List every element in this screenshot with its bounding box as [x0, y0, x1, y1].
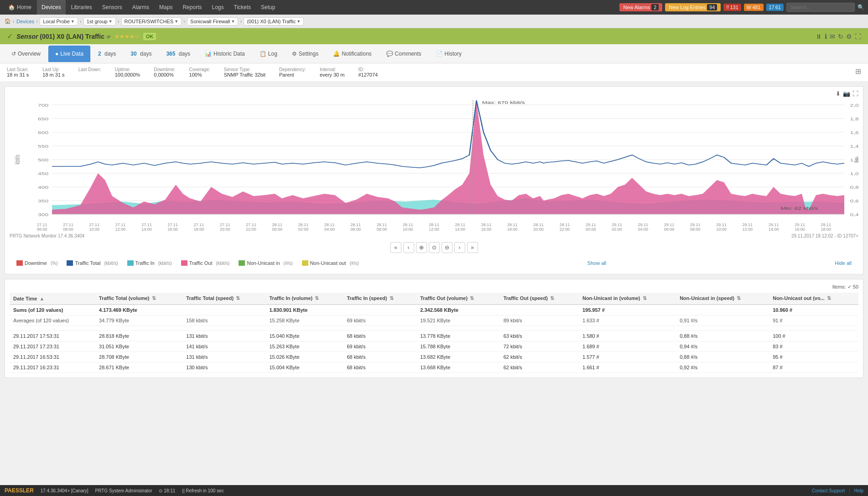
- nav-tickets[interactable]: Tickets: [229, 0, 256, 15]
- breadcrumb-group[interactable]: 1st group ▼: [83, 17, 116, 26]
- nav-zoom-out-button[interactable]: ⊖: [442, 242, 452, 253]
- legend-traffic-out: Traffic Out (kbit/s): [181, 260, 230, 266]
- info-bar: Last Scan: 18 m 31 s Last Up: 18 m 31 s …: [0, 63, 868, 82]
- sensor-name-label: Sensor (001) X0 (LAN) Traffic ☞: [16, 33, 111, 40]
- tab-365days[interactable]: 365 days: [159, 46, 197, 62]
- refresh-icon[interactable]: ↻: [838, 33, 843, 40]
- svg-text:700: 700: [38, 103, 49, 108]
- critical-badge: !! 131: [723, 4, 741, 11]
- tab-comments[interactable]: 💬 Comments: [379, 46, 428, 62]
- svg-text:650: 650: [38, 117, 49, 121]
- nav-first-button[interactable]: «: [390, 242, 401, 253]
- chevron-down-icon: ▼: [71, 19, 75, 24]
- history-icon: 📄: [436, 51, 443, 57]
- nav-next-button[interactable]: ›: [454, 242, 465, 253]
- email-icon[interactable]: ✉: [830, 33, 835, 40]
- nav-last-button[interactable]: »: [467, 242, 478, 253]
- svg-text:300: 300: [38, 212, 49, 217]
- tab-notifications[interactable]: 🔔 Notifications: [326, 46, 378, 62]
- downtime-item: Downtime: 0,0000%: [154, 67, 175, 78]
- tab-2days[interactable]: 2 days: [91, 46, 123, 62]
- tab-30days[interactable]: 30 days: [124, 46, 158, 62]
- breadcrumb: 🏠 › Devices › Local Probe ▼ › 1st group …: [0, 15, 868, 28]
- grid-icon[interactable]: ⊞: [855, 67, 861, 75]
- sensor-actions: ⏸ ℹ ✉ ↻ ⚙ ⛶: [816, 33, 861, 40]
- expand-icon[interactable]: ⛶: [855, 33, 861, 40]
- sensor-title: ✓ Sensor (001) X0 (LAN) Traffic ☞ ★★★★☆ …: [7, 32, 156, 41]
- table-row: 29.11.2017 17:53:31 28.818 KByte 131 kbi…: [10, 331, 858, 341]
- traffic-in-color: [127, 260, 134, 266]
- breadcrumb-home[interactable]: 🏠: [5, 18, 11, 24]
- pause-icon[interactable]: ⏸: [816, 33, 822, 40]
- th-nui-volume[interactable]: Non-Unicast in (volume) ⇅: [579, 293, 676, 305]
- sensor-status-icon: ✓: [7, 32, 13, 41]
- non-unicast-out-color: [302, 260, 308, 266]
- sensor-id-item: ID: #127074: [358, 67, 378, 78]
- breadcrumb-local-probe[interactable]: Local Probe ▼: [40, 17, 78, 26]
- nav-setup[interactable]: Setup: [256, 0, 280, 15]
- svg-text:350: 350: [38, 199, 49, 203]
- th-to-volume[interactable]: Traffic Out (volume) ⇅: [416, 293, 499, 305]
- nav-sensors[interactable]: Sensors: [98, 0, 127, 15]
- tab-overview[interactable]: ↺ Overview: [5, 46, 47, 62]
- chart-area: 700 650 600 550 500 450 400 350 300 kbit…: [10, 96, 858, 238]
- svg-text:600: 600: [38, 130, 49, 135]
- svg-text:500: 500: [38, 158, 49, 162]
- nav-libraries[interactable]: Libraries: [67, 0, 97, 15]
- tab-live-data[interactable]: ● Live Data: [48, 46, 90, 62]
- th-ti-speed[interactable]: Traffic In (speed) ⇅: [343, 293, 416, 305]
- th-ti-volume[interactable]: Traffic In (volume) ⇅: [266, 293, 343, 305]
- search-icon[interactable]: 🔍: [858, 4, 864, 10]
- tabs-bar: ↺ Overview ● Live Data 2 days 30 days 36…: [0, 44, 868, 63]
- nav-prev-button[interactable]: ‹: [403, 242, 414, 253]
- nav-reports[interactable]: Reports: [178, 0, 206, 15]
- interval-item: Interval: every 30 m: [320, 67, 344, 78]
- th-nui-speed[interactable]: Non-Unicast in (speed) ⇅: [676, 293, 769, 305]
- breadcrumb-router[interactable]: ROUTER/SWITCHES ▼: [121, 17, 182, 26]
- coverage-item: Coverage: 100%: [189, 67, 210, 78]
- sensor-ok-badge: OK: [143, 33, 156, 40]
- th-nuo-volume[interactable]: Non-Unicast out (vo... ⇅: [769, 293, 858, 305]
- nav-reset-button[interactable]: ⊙: [429, 242, 440, 253]
- breadcrumb-sensor[interactable]: (001) X0 (LAN) Traffic ▼: [244, 17, 304, 26]
- nav-zoom-in-button[interactable]: ⊕: [416, 242, 427, 253]
- nav-home[interactable]: 🏠 Home: [4, 0, 36, 15]
- nav-devices[interactable]: Devices: [37, 0, 66, 15]
- new-log-entries-button[interactable]: New Log Entries 94: [665, 3, 721, 11]
- breadcrumb-firewall[interactable]: Sonicwall Firewall ▼: [187, 17, 238, 26]
- bell-icon: 🔔: [333, 51, 340, 57]
- chart-legend: Downtime (%) Traffic Total (kbit/s) Traf…: [10, 257, 858, 269]
- table-row: 29.11.2017 16:53:31 28.708 KByte 131 kbi…: [10, 352, 858, 362]
- chevron-down-icon: ▼: [174, 19, 178, 24]
- home-icon: 🏠: [8, 4, 15, 10]
- th-datetime[interactable]: Date Time ▲: [10, 293, 95, 305]
- new-alarms-button[interactable]: New Alarms 2: [619, 3, 662, 11]
- nav-alarms[interactable]: Alarms: [128, 0, 154, 15]
- chart-footer: PRTG Network Monitor 17.4.36.3404 29.11.…: [10, 233, 858, 238]
- show-all-link[interactable]: Show all: [587, 260, 607, 266]
- svg-text:2,0: 2,0: [850, 103, 858, 108]
- warning-badge: W 481: [744, 4, 764, 11]
- settings-icon[interactable]: ⚙: [846, 33, 852, 40]
- info-icon[interactable]: ℹ: [825, 33, 827, 40]
- th-to-speed[interactable]: Traffic Out (speed) ⇅: [500, 293, 579, 305]
- items-count: Items: ✓ 50: [10, 284, 858, 290]
- breadcrumb-devices[interactable]: Devices: [16, 19, 34, 24]
- tab-historic[interactable]: 📊 Historic Data: [198, 46, 252, 62]
- tab-log[interactable]: 📋 Log: [253, 46, 284, 62]
- traffic-out-color: [181, 260, 187, 266]
- svg-text:%/s: %/s: [854, 156, 858, 163]
- search-input[interactable]: [786, 3, 855, 12]
- tab-history[interactable]: 📄 History: [429, 46, 468, 62]
- th-tt-speed[interactable]: Traffic Total (speed) ⇅: [182, 293, 265, 305]
- tab-settings[interactable]: ⚙ Settings: [285, 46, 325, 62]
- table-row-sums: Sums (of 120 values) 4.173.469 KByte 1.8…: [10, 305, 858, 315]
- hide-all-link[interactable]: Hide all: [835, 260, 852, 266]
- th-tt-volume[interactable]: Traffic Total (volume) ⇅: [95, 293, 182, 305]
- svg-text:1,6: 1,6: [850, 130, 858, 135]
- table-header-row: Date Time ▲ Traffic Total (volume) ⇅ Tra…: [10, 293, 858, 305]
- grid-view-toggle[interactable]: ⊞: [855, 67, 861, 78]
- nav-maps[interactable]: Maps: [155, 0, 177, 15]
- nav-logs[interactable]: Logs: [207, 0, 228, 15]
- top-nav-right: New Alarms 2 New Log Entries 94 !! 131 W…: [619, 3, 864, 12]
